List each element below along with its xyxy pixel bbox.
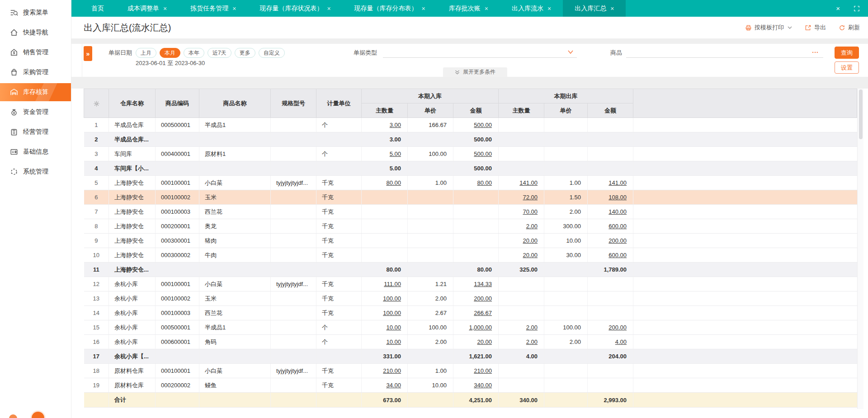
tab-item[interactable]: 现存量（库存分布表）× (343, 0, 437, 17)
table-row[interactable]: 16余杭小库000600001角码个10.002.0020.002.002.00… (84, 335, 857, 349)
close-tab-icon[interactable]: × (422, 5, 425, 12)
value-link[interactable]: 34.00 (386, 382, 401, 389)
value-link[interactable]: 10.00 (386, 324, 401, 331)
value-link[interactable]: 20.00 (523, 252, 538, 258)
value-link[interactable]: 200.00 (609, 324, 627, 331)
print-by-template-button[interactable]: 按模板打印 (745, 23, 792, 32)
sidebar-item-home[interactable]: 快捷导航 (0, 23, 71, 42)
value-link[interactable]: 80.00 (477, 179, 492, 186)
table-row[interactable]: 10上海静安仓000300002牛肉千克20.0030.00600.00 (84, 248, 857, 263)
table-row[interactable]: 11上海静安仓...80.0080.00325.001,789.00 (84, 263, 857, 277)
sidebar-item-system[interactable]: 系统管理 (0, 163, 71, 181)
column-settings-header[interactable] (84, 89, 109, 118)
value-link[interactable]: 111.00 (384, 281, 401, 287)
table-row[interactable]: 15余杭小库000500001半成品1个10.00100.001,000.002… (84, 320, 857, 335)
close-icon[interactable]: × (836, 5, 840, 12)
sidebar-item-funds[interactable]: 资金管理 (0, 103, 71, 121)
table-row[interactable]: 3车间库000400001原材料1个5.00100.00500.00 (84, 147, 857, 161)
value-link[interactable]: 141.00 (519, 179, 538, 186)
product-input[interactable]: ... (626, 48, 823, 58)
doc-type-select[interactable] (383, 48, 577, 58)
value-link[interactable]: 140.00 (609, 208, 627, 215)
close-tab-icon[interactable]: × (327, 5, 330, 12)
sub-column-header[interactable]: 主数量 (362, 103, 408, 118)
date-pill[interactable]: 更多 (235, 48, 255, 58)
column-header[interactable]: 商品编码 (156, 89, 199, 118)
table-row[interactable]: 14余杭小库000100003西兰花千克100.002.67266.67 (84, 306, 857, 320)
value-link[interactable]: 70.00 (523, 208, 538, 215)
query-button[interactable]: 查询 (835, 47, 859, 59)
value-link[interactable]: 108.00 (609, 194, 627, 201)
export-button[interactable]: 导出 (805, 23, 826, 32)
tab-item[interactable]: 成本调整单× (116, 0, 179, 17)
fullscreen-icon[interactable] (854, 5, 860, 12)
tab-item[interactable]: 拣货任务管理× (179, 0, 248, 17)
sidebar-item-menu-search[interactable]: 搜索菜单 (0, 4, 71, 22)
table-row[interactable]: 合计673.004,251.00340.002,993.00 (84, 393, 857, 408)
sidebar-item-purchase[interactable]: 采购管理 (0, 63, 71, 81)
tab-item[interactable]: 首页 (80, 0, 116, 17)
date-pill[interactable]: 上月 (136, 48, 156, 58)
column-header[interactable]: 规格型号 (271, 89, 316, 118)
date-pill[interactable]: 本年 (184, 48, 204, 58)
value-link[interactable]: 340.00 (474, 382, 492, 389)
table-row[interactable]: 5上海静安仓000100001小白菜tyjyjtyjtyjdf...千克80.0… (84, 176, 857, 190)
table-row[interactable]: 1半成品仓库000500001半成品1个3.00166.67500.00 (84, 118, 857, 132)
close-tab-icon[interactable]: × (610, 5, 614, 12)
value-link[interactable]: 500.00 (474, 150, 492, 157)
value-link[interactable]: 134.33 (474, 281, 492, 287)
sub-column-header[interactable]: 单价 (408, 103, 453, 118)
value-link[interactable]: 141.00 (609, 179, 627, 186)
scrollbar-thumb[interactable] (859, 89, 863, 139)
table-row[interactable]: 7上海静安仓000100003西兰花千克70.002.00140.00 (84, 205, 857, 219)
tab-item[interactable]: 出入库汇总× (563, 0, 626, 17)
close-tab-icon[interactable]: × (163, 5, 167, 12)
table-row[interactable]: 8上海静安仓000200001奥龙千克2.00300.00600.00 (84, 219, 857, 234)
sidebar-item-base-info[interactable]: 基础信息 (0, 143, 71, 161)
settings-button[interactable]: 设置 (835, 61, 859, 74)
tab-item[interactable]: 出入库流水× (500, 0, 563, 17)
collapse-filters-button[interactable]: » (84, 46, 92, 61)
table-row[interactable]: 2半成品仓库...3.00500.00 (84, 132, 857, 147)
sub-column-header[interactable]: 金额 (453, 103, 499, 118)
value-link[interactable]: 2.00 (526, 223, 538, 230)
table-row[interactable]: 13余杭小库000100002玉米千克100.002.00200.00 (84, 291, 857, 306)
value-link[interactable]: 2.00 (526, 338, 538, 345)
date-pill[interactable]: 近7天 (208, 48, 231, 58)
refresh-button[interactable]: 刷新 (839, 23, 860, 32)
value-link[interactable]: 4.00 (615, 338, 627, 345)
value-link[interactable]: 600.00 (609, 223, 627, 230)
value-link[interactable]: 266.67 (474, 310, 492, 316)
value-link[interactable]: 100.00 (383, 295, 401, 302)
sidebar-item-inventory[interactable]: 库存核算 (0, 83, 71, 101)
value-link[interactable]: 210.00 (474, 367, 492, 374)
date-range-value[interactable]: 2023-06-01 至 2023-06-30 (136, 59, 285, 67)
ellipsis-icon[interactable]: ... (812, 47, 819, 54)
close-tab-icon[interactable]: × (547, 5, 551, 12)
sub-column-header[interactable]: 单价 (544, 103, 588, 118)
value-link[interactable]: 100.00 (383, 310, 401, 316)
column-header[interactable]: 仓库名称 (109, 89, 156, 118)
sub-column-header[interactable]: 金额 (588, 103, 633, 118)
tab-item[interactable]: 库存批次账× (437, 0, 500, 17)
column-header[interactable]: 商品名称 (199, 89, 271, 118)
value-link[interactable]: 1,000.00 (469, 324, 492, 331)
table-row[interactable]: 18原材料仓库000100001小白菜tyjyjtyjtyjdf...千克210… (84, 364, 857, 378)
table-row[interactable]: 12余杭小库000100001小白菜tyjyjtyjtyjdf...千克111.… (84, 277, 857, 291)
vertical-scrollbar[interactable] (857, 89, 863, 409)
value-link[interactable]: 2.00 (526, 324, 538, 331)
table-row[interactable]: 17余杭小库【...331.001,621.004.00204.00 (84, 349, 857, 364)
value-link[interactable]: 10.00 (386, 338, 401, 345)
value-link[interactable]: 200.00 (474, 295, 492, 302)
value-link[interactable]: 3.00 (390, 122, 401, 128)
table-row[interactable]: 19原材料仓库000200002鳗鱼千克34.0010.00340.00 (84, 378, 857, 393)
value-link[interactable]: 600.00 (609, 252, 627, 258)
tab-item[interactable]: 现存量（库存状况表）× (248, 0, 342, 17)
value-link[interactable]: 500.00 (474, 122, 492, 128)
sidebar-item-sales[interactable]: 销售管理 (0, 43, 71, 61)
sidebar-item-operations[interactable]: 经营管理 (0, 123, 71, 141)
column-header[interactable]: 计量单位 (316, 89, 362, 118)
date-pill[interactable]: 本月 (160, 48, 180, 58)
table-row[interactable]: 9上海静安仓000300001猪肉千克20.0010.00200.00 (84, 234, 857, 248)
value-link[interactable]: 20.00 (523, 237, 538, 244)
